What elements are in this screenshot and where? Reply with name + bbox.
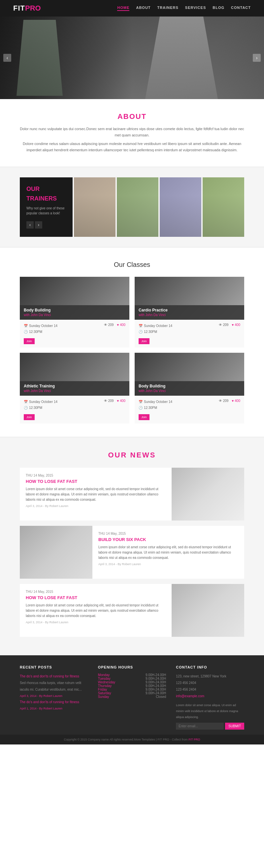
footer-recent-posts: RECENT POSTS The do's and don'ts of runn… [20, 665, 88, 730]
class-date-1: 📅Sunday October 14 [24, 323, 58, 329]
footer-hours-day: Wednesday [98, 680, 116, 684]
news-date-1: THU 14 May, 2015 [26, 474, 166, 477]
news-section: OUR NEWS THU 14 May, 2015 HOW TO LOSE FA… [0, 438, 264, 655]
trainer-photo-3 [160, 177, 201, 237]
trainers-heading: OUR TRAINERS [26, 186, 66, 205]
nav-contact[interactable]: CONTACT [231, 6, 251, 11]
hero-next-button[interactable]: › [253, 54, 261, 62]
logo-fit: FIT [13, 4, 25, 12]
news-item-2: THU 14 May, 2015 BUILD YOUR SIX PACK Lor… [20, 526, 244, 579]
footer-submit-button[interactable]: SUBMIT [225, 723, 244, 730]
class-date-4: 📅Sunday October 14 [139, 399, 172, 405]
hero-woman-figure-2 [16, 20, 63, 96]
class-overlay-1: Body Building with John Da Vinci [20, 305, 129, 320]
footer-opening-hours: OPENING HOURS Monday9.00H-24.00HTuesday9… [98, 665, 166, 730]
footer-post-link-1[interactable]: The do's and don'ts of running for fitne… [20, 675, 79, 678]
logo-pro: PRO [25, 4, 41, 12]
news-body-1: Lorem ipsum dolor sit amet corse cetur a… [26, 487, 166, 502]
about-text-1: Dolor nunc nunc vulputate ips dui corsec… [20, 126, 244, 138]
class-info-1: 📅Sunday October 14 🕐12:30PM 👁209 ♥400 [20, 320, 129, 338]
trainer-prev-btn[interactable]: ‹ [26, 221, 34, 228]
footer-hours-heading: OPENING HOURS [98, 665, 166, 669]
footer-hours-row: Wednesday9.00H-24.00H [98, 680, 166, 684]
trainers-section: OUR TRAINERS Why not give one of these p… [0, 167, 264, 247]
footer-recent-posts-heading: RECENT POSTS [20, 665, 88, 669]
footer-bottom: Copyright © 2015 Company name All rights… [0, 735, 264, 744]
trainer-photo-4 [203, 177, 244, 237]
nav-blog[interactable]: BLOG [212, 6, 224, 11]
class-instructor-1: with John Da Vinci [24, 313, 51, 317]
nav-home[interactable]: HOME [117, 6, 129, 11]
news-title-2: BUILD YOUR SIX PACK [98, 537, 238, 542]
class-meta-2: 📅Sunday October 14 🕐12:30PM [139, 323, 172, 335]
class-time-1: 🕐12:30PM [24, 329, 58, 335]
class-info-2: 📅Sunday October 14 🕐12:30PM 👁209 ♥400 [135, 320, 244, 338]
footer-hours-time: Closed [156, 695, 166, 699]
class-photo-cardio: Cardio Practice with John Da Vinci [135, 277, 244, 320]
trainer-photo-1 [74, 177, 116, 237]
trainer-nav-buttons: ‹ › [26, 221, 66, 228]
about-text-2: Dolore condime netus salam ulasus adipis… [20, 141, 244, 153]
class-title-4: Body Building [139, 384, 240, 389]
footer-hours-day: Friday [98, 688, 107, 691]
footer-hours-time: 9.00H-24.00H [145, 688, 166, 691]
footer-contact: CONTACT INFO 123, new street, 129807 New… [176, 665, 244, 730]
copyright-text: Copyright © 2015 Company name All rights… [64, 738, 188, 741]
class-join-btn-4[interactable]: Join [139, 414, 150, 420]
footer-hours-row: Saturday9.00H-24.00H [98, 691, 166, 695]
footer-post-link-4[interactable]: The do's and don'ts of running for fitne… [20, 700, 79, 704]
footer-hours-row: Monday9.00H-24.00H [98, 673, 166, 677]
classes-heading: Our Classes [20, 261, 244, 269]
trainers-tagline: Why not give one of these popular classe… [26, 206, 66, 216]
class-time-4: 🕐12:30PM [139, 405, 172, 411]
footer: RECENT POSTS The do's and don'ts of runn… [0, 655, 264, 735]
navbar: FIT PRO HOME ABOUT TRAINERS SERVICES BLO… [0, 0, 264, 17]
nav-about[interactable]: ABOUT [136, 6, 151, 11]
class-photo-body-building-2: Body Building with John Da Vinci [135, 353, 244, 396]
footer-email-input[interactable] [176, 723, 224, 730]
class-title-3: Athletic Training [24, 384, 125, 389]
footer-hours-time: 9.00H-24.00H [145, 684, 166, 688]
footer-phone-1: 123 456 2404 [176, 680, 244, 686]
footer-hours-time: 9.00H-24.00H [145, 677, 166, 680]
class-overlay-2: Cardio Practice with John Da Vinci [135, 305, 244, 320]
footer-hours-row: Friday9.00H-24.00H [98, 688, 166, 691]
news-item-3: THU 14 May, 2015 HOW TO LOSE FAT FAST Lo… [20, 584, 244, 637]
class-overlay-3: Athletic Training with John Da Vinci [20, 381, 129, 396]
footer-post-item-2: Sed rhoncus nulla turpis, vitae rutrum v… [20, 680, 88, 693]
class-info-3: 📅Sunday October 14 🕐12:30PM 👁209 ♥400 [20, 396, 129, 414]
footer-address: 123, new street, 129807 New York [176, 673, 244, 680]
nav-trainers[interactable]: TRAINERS [157, 6, 178, 11]
footer-hours-day: Thursday [98, 684, 112, 688]
hero-prev-button[interactable]: ‹ [3, 54, 11, 62]
news-author-2: April 3, 2014 - By Robert Lauren [98, 562, 238, 566]
class-photo-athletic: Athletic Training with John Da Vinci [20, 353, 129, 396]
trainer-next-btn[interactable]: › [35, 221, 42, 228]
nav-services[interactable]: SERVICES [185, 6, 206, 11]
class-date-3: 📅Sunday October 14 [24, 399, 58, 405]
footer-email-row: SUBMIT [176, 723, 244, 730]
class-time-2: 🕐12:30PM [139, 329, 172, 335]
about-heading: ABOUT [20, 112, 244, 121]
class-card-body-building-2: Body Building with John Da Vinci 📅Sunday… [135, 353, 244, 424]
news-text-2: THU 14 May, 2015 BUILD YOUR SIX PACK Lor… [92, 526, 244, 579]
class-stats-2: 👁209 ♥400 [219, 323, 240, 327]
news-date-2: THU 14 May, 2015 [98, 532, 238, 535]
logo[interactable]: FIT PRO [13, 4, 41, 12]
news-text-3: THU 14 May, 2015 HOW TO LOSE FAT FAST Lo… [20, 584, 172, 637]
class-join-btn-3[interactable]: Join [24, 414, 35, 420]
footer-contact-heading: CONTACT INFO [176, 665, 244, 669]
footer-hours-time: 9.00H-24.00H [145, 691, 166, 695]
news-title-3: HOW TO LOSE FAT FAST [26, 595, 166, 600]
fitpro-link[interactable]: FIT PRO [189, 738, 200, 741]
class-photo-body-building-1: Body Building with John Da Vinci [20, 277, 129, 320]
class-join-btn-2[interactable]: Join [139, 338, 150, 344]
news-title-1: HOW TO LOSE FAT FAST [26, 479, 166, 484]
class-join-btn-1[interactable]: Join [24, 338, 35, 344]
class-card-body-building-1: Body Building with John Da Vinci 📅Sunday… [20, 277, 129, 347]
news-heading: OUR NEWS [20, 451, 244, 459]
about-section: ABOUT Dolor nunc nunc vulputate ips dui … [0, 99, 264, 166]
news-image-1 [172, 468, 244, 521]
class-meta-1: 📅Sunday October 14 🕐12:30PM [24, 323, 58, 335]
footer-hours-day: Saturday [98, 691, 111, 695]
